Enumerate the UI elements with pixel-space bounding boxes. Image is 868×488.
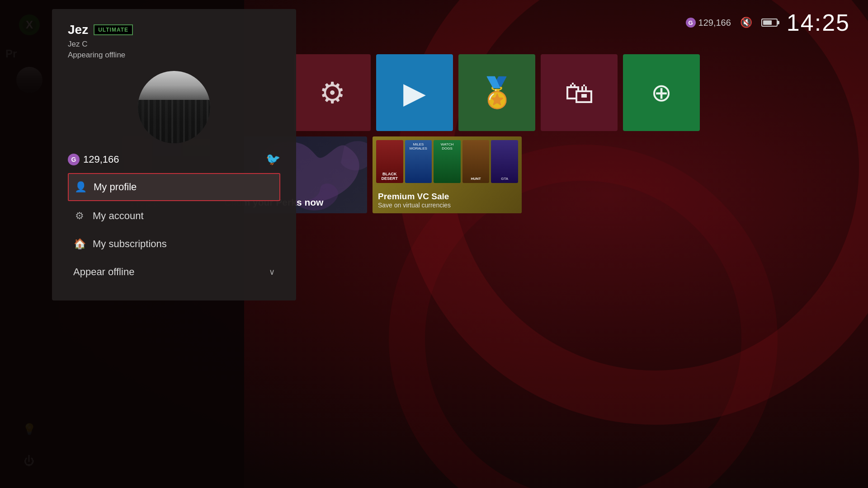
profile-realname: Jez C (68, 40, 280, 49)
store-tile-icon: 🛍 (565, 76, 594, 110)
menu-item-my-subscriptions[interactable]: 🏠 My subscriptions (68, 231, 280, 257)
battery-fill (763, 20, 772, 25)
menu-item-my-profile[interactable]: 👤 My profile (68, 173, 280, 201)
gamerscore-display: G 129,166 (686, 18, 731, 28)
avatar-forest-bg (138, 71, 210, 143)
gamerscore-value: 129,166 (698, 18, 731, 28)
settings-tile-icon: ⚙ (319, 76, 345, 110)
gamepass-tile-icon: ⊕ (651, 78, 672, 107)
profile-stats-row: G 129,166 🐦 (68, 152, 280, 166)
tile-vc-sale[interactable]: BLACKDESERT MILESMORALES WATCHDOGS HUNT (373, 136, 522, 213)
my-profile-label: My profile (94, 181, 274, 193)
ultimate-badge: ULTIMATE (94, 24, 133, 35)
achievements-tile-icon: 🏅 (479, 75, 515, 110)
tile-media[interactable]: ▶ (376, 54, 453, 131)
gamerscore-icon: G (686, 18, 696, 28)
vc-sale-label: Premium VC Sale Save on virtual currenci… (378, 192, 451, 209)
profile-avatar (138, 71, 210, 143)
tile-store[interactable]: 🛍 (541, 54, 618, 131)
gamerscore-circle-icon: G (68, 154, 80, 165)
my-subscriptions-icon: 🏠 (73, 238, 86, 250)
profile-username: Jez (68, 23, 88, 37)
tile-achievements[interactable]: 🏅 (458, 54, 535, 131)
mute-icon: 🔇 (740, 17, 752, 28)
profile-gamerscore-value: 129,166 (83, 154, 119, 165)
my-profile-icon: 👤 (74, 181, 87, 193)
chevron-down-icon: ∨ (269, 267, 275, 277)
profile-menu: 👤 My profile ⚙ My account 🏠 My subscript… (68, 173, 280, 285)
vc-sale-covers: BLACKDESERT MILESMORALES WATCHDOGS HUNT (376, 140, 518, 183)
profile-panel: Jez ULTIMATE Jez C Appearing offline G 1… (52, 9, 296, 300)
profile-gamerscore: G 129,166 (68, 154, 119, 165)
my-subscriptions-label: My subscriptions (93, 238, 275, 250)
status-bar: G 129,166 🔇 14:25 (686, 9, 850, 36)
profile-header: Jez ULTIMATE Jez C Appearing offline (68, 23, 280, 60)
tile-settings[interactable]: ⚙ (294, 54, 371, 131)
twitter-icon[interactable]: 🐦 (266, 152, 280, 166)
tiles-row-1: ⚙ ▶ 🏅 🛍 ⊕ (294, 54, 850, 131)
profile-name-row: Jez ULTIMATE (68, 23, 280, 37)
tile-gamepass[interactable]: ⊕ (623, 54, 700, 131)
media-tile-icon: ▶ (403, 76, 426, 110)
profile-status: Appearing offline (68, 51, 280, 60)
my-account-icon: ⚙ (73, 210, 86, 222)
menu-item-appear-offline[interactable]: Appear offline ∨ (68, 259, 280, 285)
battery-icon (761, 19, 778, 27)
appear-offline-label: Appear offline (73, 266, 262, 278)
menu-item-my-account[interactable]: ⚙ My account (68, 203, 280, 229)
my-account-label: My account (93, 210, 275, 222)
clock-display: 14:25 (787, 9, 850, 36)
